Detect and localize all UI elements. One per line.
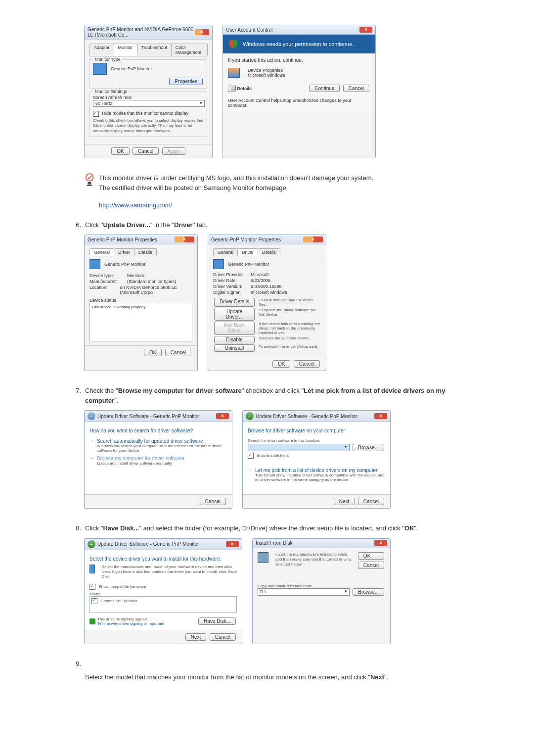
cancel-button[interactable]: Cancel [165, 349, 191, 356]
driver-details-button[interactable]: Driver Details [214, 298, 255, 307]
tab-details[interactable]: Details [258, 248, 280, 256]
option-browse[interactable]: → Browse my computer for driver software… [89, 456, 227, 466]
signed-icon [89, 618, 95, 624]
apply-button[interactable]: Apply [162, 147, 185, 155]
tabs: Adapter Monitor Troubleshoot Color Manag… [89, 44, 207, 56]
close-icon[interactable]: × [226, 541, 239, 547]
step-9: 9. [69, 659, 465, 669]
cancel-button[interactable]: Cancel [358, 562, 384, 569]
have-disk-button[interactable]: Have Disk... [198, 617, 236, 625]
close-icon[interactable]: × [175, 236, 194, 242]
cancel-button[interactable]: Cancel [343, 85, 369, 92]
properties-button[interactable]: Properties [169, 78, 203, 85]
close-icon[interactable]: × [216, 413, 229, 419]
next-button[interactable]: Next [185, 633, 207, 641]
titlebar: User Account Control × [223, 25, 375, 35]
program-icon [228, 68, 240, 78]
cancel-button[interactable]: Cancel [200, 498, 226, 505]
ok-button[interactable]: OK [358, 552, 384, 560]
search-label: Search for driver software in this locat… [248, 438, 385, 443]
svg-rect-2 [87, 185, 92, 186]
details-button[interactable]: Details [237, 86, 252, 91]
tab-monitor[interactable]: Monitor [114, 44, 137, 56]
device-name: Generic PnP Monitor [104, 262, 145, 267]
window-title: User Account Control [226, 27, 273, 33]
status-label: Device status [89, 298, 192, 303]
model-list[interactable]: Generic PnP Monitor [89, 596, 237, 613]
tab-color[interactable]: Color Management [171, 44, 208, 56]
back-icon[interactable]: ← [88, 412, 95, 420]
cancel-button[interactable]: Cancel [294, 360, 320, 368]
wizard-heading: Select the device driver you want to ins… [89, 556, 237, 562]
signing-link[interactable]: Tell me why driver signing is important [97, 621, 164, 626]
uac-publisher: Microsoft Windows [248, 73, 285, 78]
include-subfolders-checkbox[interactable] [248, 453, 254, 459]
path-input[interactable]: D:\ [258, 588, 350, 596]
wizard-desc: Select the manufacturer and model of you… [102, 565, 237, 580]
step-6: 6. Click "Update Driver..." in the "Driv… [69, 220, 465, 230]
tab-details[interactable]: Details [134, 248, 157, 256]
samsung-link[interactable]: http://www.samsung.com/ [99, 201, 172, 209]
monitor-settings-group: Monitor Settings Screen refresh rate: 60… [89, 92, 207, 137]
window-title: Install From Disk [256, 540, 292, 546]
close-icon[interactable]: × [303, 236, 323, 242]
cancel-button[interactable]: Cancel [210, 633, 236, 641]
select-driver-dialog: ← Update Driver Software - Generic PnP M… [84, 538, 242, 644]
tab-adapter[interactable]: Adapter [89, 44, 114, 56]
check-icon [84, 173, 95, 210]
hide-modes-desc: Clearing this check box allows you to se… [93, 118, 204, 134]
option-auto[interactable]: → Search automatically for updated drive… [89, 438, 227, 453]
uac-started: If you started this action, continue. [228, 57, 370, 63]
continue-button[interactable]: Continue [309, 85, 340, 92]
uac-footer: User Account Control helps stop unauthor… [228, 98, 370, 108]
wizard-heading: How do you want to search for driver sof… [89, 428, 227, 433]
wizard-heading: Browse for driver software on your compu… [248, 428, 385, 433]
uac-program: Device Properties [248, 68, 285, 73]
cancel-button[interactable]: Cancel [133, 147, 159, 155]
uninstall-button[interactable]: Uninstall [214, 344, 255, 352]
cancel-button[interactable]: Cancel [358, 498, 384, 505]
tab-troubleshoot[interactable]: Troubleshoot [137, 44, 172, 56]
disable-button[interactable]: Disable [214, 336, 255, 343]
close-icon[interactable]: × [359, 27, 372, 33]
chevron-down-icon[interactable]: ⌄ [228, 86, 236, 92]
tab-general[interactable]: General [89, 248, 114, 256]
monitor-type-group: Monitor Type Generic PnP Monitor Propert… [89, 59, 207, 89]
status-box: This device is working properly. [89, 303, 192, 341]
browse-button[interactable]: Browse... [353, 444, 384, 451]
next-button[interactable]: Next [334, 498, 355, 505]
tab-driver[interactable]: Driver [237, 248, 258, 256]
note-block: This monitor driver is under certifying … [84, 173, 465, 210]
ok-button[interactable]: OK [111, 147, 129, 155]
hide-modes-checkbox[interactable] [93, 111, 99, 117]
update-driver-button[interactable]: Update Driver... [214, 308, 255, 321]
arrow-icon: → [89, 456, 94, 461]
compat-checkbox[interactable] [89, 584, 95, 590]
device-properties-driver: Generic PnP Monitor Properties × General… [208, 235, 326, 371]
close-icon[interactable]: × [374, 413, 387, 419]
back-icon[interactable]: ← [246, 412, 254, 420]
tab-general[interactable]: General [213, 248, 238, 256]
browse-button[interactable]: Browse... [353, 588, 384, 596]
location-input[interactable] [248, 444, 350, 451]
refresh-rate-select[interactable]: 60 Hertz [93, 100, 205, 107]
group-label: Monitor Type [93, 57, 123, 62]
close-icon[interactable]: × [374, 540, 387, 546]
ok-button[interactable]: OK [272, 360, 290, 368]
option-pick-list[interactable]: → Let me pick from a list of device driv… [248, 468, 385, 482]
model-check-icon [91, 598, 97, 604]
device-properties-general: Generic PnP Monitor Properties × General… [84, 235, 198, 371]
hide-modes-label: Hide modes that this monitor cannot disp… [102, 111, 189, 116]
rollback-button[interactable]: Roll Back Driver [214, 322, 255, 335]
tab-driver[interactable]: Driver [114, 248, 134, 256]
step-8: 8. Click "Have Disk..." and select the f… [69, 523, 465, 533]
back-icon[interactable]: ← [88, 540, 95, 548]
group-label: Monitor Settings [93, 89, 129, 94]
uac-dialog: User Account Control × Windows needs you… [222, 25, 376, 158]
breadcrumb: Update Driver Software - Generic PnP Mon… [97, 414, 199, 419]
close-icon[interactable]: × [195, 29, 209, 35]
ok-button[interactable]: OK [144, 349, 162, 356]
shield-icon [228, 39, 239, 49]
uac-heading: Windows needs your permission to contion… [243, 41, 354, 47]
monitor-settings-dialog: Generic PnP Monitor and NVIDIA GeForce 6… [84, 25, 213, 158]
